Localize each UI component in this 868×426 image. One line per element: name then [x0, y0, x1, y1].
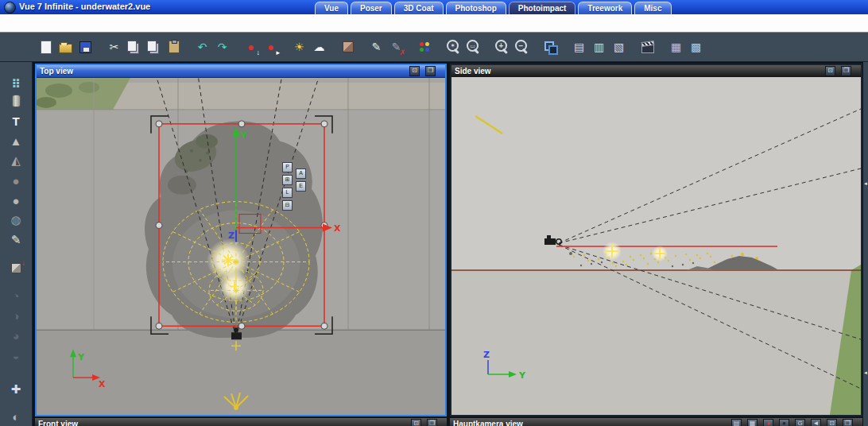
metaball-tool-icon[interactable]: ● [6, 191, 26, 210]
side-view-header-icons: ⊡❐ [825, 66, 858, 76]
front-view-title: Front view [38, 420, 78, 426]
primitive-tool-icon[interactable] [6, 91, 26, 110]
record-red-icon[interactable]: ● [763, 419, 773, 426]
tool-column: ⣶T▲◭●●◍✎◔◑◕◒✚◐ [0, 62, 33, 426]
camera-view-header[interactable]: Hauptkamera view ▤▦●●G◄⊡❐ [450, 418, 862, 426]
menu-strip [0, 14, 868, 33]
hypertexture-icon: ◒ [6, 346, 26, 365]
front-view-header[interactable]: Front view ⊡❐ [35, 418, 447, 426]
boolean-union-icon: ◔ [6, 286, 26, 305]
paint-eraser-icon[interactable]: ✎✗ [387, 38, 405, 56]
side-view-header[interactable]: Side view ⊡❐ [451, 65, 861, 77]
object-badge-4[interactable]: A [296, 168, 306, 179]
tab-poser[interactable]: Poser [351, 2, 392, 14]
zoom-out-icon[interactable] [513, 38, 531, 56]
tab-treework[interactable]: Treework [578, 2, 632, 14]
undo-icon[interactable]: ↶ [193, 38, 211, 56]
app-icon[interactable] [4, 2, 16, 14]
record-dark-icon[interactable]: ● [779, 419, 789, 426]
viewport-options-icon[interactable]: ⊡ [825, 66, 835, 76]
tab-3d-coat[interactable]: 3D Coat [394, 2, 444, 14]
viewport-front-view: Front view ⊡❐ [35, 418, 447, 426]
drop-object-icon[interactable]: ●↓ [242, 38, 260, 56]
top-view-title: Top view [40, 67, 73, 76]
object-badges: P⊞L⊟AE [37, 78, 445, 415]
save-file-icon[interactable] [76, 38, 95, 56]
redo-icon[interactable]: ↷ [213, 38, 231, 56]
top-view-canvas[interactable]: Y X Z Y [37, 78, 445, 415]
viewport-options-icon[interactable]: ⊡ [827, 419, 837, 426]
object-badge-1[interactable]: ⊞ [282, 175, 293, 185]
camera-view-title: Hauptkamera view [453, 420, 523, 426]
sphere-tool-icon[interactable]: ◐ [6, 407, 26, 426]
object-badge-5[interactable]: E [296, 181, 306, 192]
cut-icon[interactable]: ✂ [105, 38, 123, 56]
object-badge-0[interactable]: P [282, 162, 293, 172]
paint-brush-icon[interactable]: ✎ [367, 38, 386, 56]
grid-toggle-icon[interactable]: ▦ [747, 419, 758, 426]
mixed-display-icon[interactable]: ▧ [610, 38, 628, 56]
right-panel-strip: ◄ ◄ [863, 62, 868, 426]
terrain-tool-icon[interactable]: ▲ [6, 131, 26, 150]
camera-control-icon[interactable]: ⣶ [6, 72, 26, 91]
title-bar[interactable]: Vue 7 Infinite - underwater2.vue VuePose… [0, 0, 868, 14]
open-file-icon[interactable] [56, 38, 75, 56]
render-preview-icon[interactable] [464, 38, 482, 56]
side-view-title: Side view [455, 67, 491, 76]
top-view-header-icons: ⊡❐ [409, 66, 442, 76]
material-cube-icon[interactable] [339, 38, 357, 56]
tab-bar: VuePoser3D CoatPhotoshopPhotoimpactTreew… [312, 0, 672, 14]
rock-tool-icon[interactable]: ● [6, 171, 26, 190]
render-area-icon[interactable] [444, 38, 463, 56]
rewind-icon[interactable]: ◄ [811, 419, 821, 426]
tab-photoshop[interactable]: Photoshop [446, 2, 506, 14]
application-window: Vue 7 Infinite - underwater2.vue VuePose… [0, 0, 868, 426]
viewport-maximize-icon[interactable]: ❐ [841, 66, 851, 76]
viewport-maximize-icon[interactable]: ❐ [427, 419, 437, 426]
gizmo-axis-icon[interactable]: ✚ [6, 380, 26, 399]
text-object-icon[interactable]: T [6, 111, 26, 130]
procedural-terrain-icon[interactable]: ◭ [6, 151, 26, 170]
main-toolbar: ✂↶↷●↓●▸☀☁✎✎✗▤▥▧▦▩ [0, 33, 868, 62]
duplicate-icon[interactable] [145, 38, 163, 56]
boolean-intersection-icon: ◑ [6, 306, 26, 325]
viewport-top-view: Top view ⊡❐ [35, 64, 447, 416]
front-view-header-icons: ⊡❐ [411, 419, 444, 426]
object-badge-3[interactable]: ⊟ [282, 200, 293, 211]
viewport-options-icon[interactable]: ⊡ [411, 419, 421, 426]
zoom-in-icon[interactable] [493, 38, 511, 56]
swap-view-icon[interactable] [541, 38, 560, 56]
copy-icon[interactable] [125, 38, 143, 56]
ecosystem-paint-icon[interactable]: ☀ [290, 38, 308, 56]
top-view-header[interactable]: Top view ⊡❐ [37, 65, 445, 78]
smart-drop-icon[interactable]: ●▸ [262, 38, 280, 56]
tab-photoimpact[interactable]: Photoimpact [509, 2, 576, 14]
display-options-icon[interactable]: ▤ [731, 419, 742, 426]
tab-vue[interactable]: Vue [315, 2, 348, 14]
gamma-icon[interactable]: G [795, 419, 805, 426]
tab-misc[interactable]: Misc [634, 2, 671, 14]
viewport-maximize-icon[interactable]: ❐ [425, 66, 436, 76]
viewport-options-icon[interactable]: ⊡ [409, 66, 420, 76]
solid-display-icon[interactable]: ▤ [570, 38, 588, 56]
paste-icon[interactable] [165, 38, 183, 56]
stone-tool-icon[interactable]: ◍ [6, 211, 26, 230]
panel-expand-arrow-top[interactable]: ◄ [863, 181, 868, 186]
new-file-icon[interactable] [37, 38, 55, 56]
wireframe-display-icon[interactable]: ▥ [590, 38, 608, 56]
render-options-icon[interactable]: ▦ [667, 38, 685, 56]
drop-object-tool-icon[interactable] [6, 258, 26, 277]
main-camera-render-icon[interactable]: ▩ [687, 38, 705, 56]
side-view-canvas[interactable]: Z Y [451, 77, 861, 415]
render-display-icon[interactable] [416, 38, 434, 56]
boolean-difference-icon: ◕ [6, 326, 26, 345]
camera-view-header-icons: ▤▦●●G◄⊡❐ [731, 419, 859, 426]
viewport-side-view: Side view ⊡❐ [450, 64, 862, 416]
cloud-icon[interactable]: ☁ [310, 38, 328, 56]
viewport-maximize-icon[interactable]: ❐ [843, 419, 853, 426]
panel-expand-arrow-bottom[interactable]: ◄ [863, 370, 868, 375]
object-badge-2[interactable]: L [282, 188, 293, 198]
svg-text:Y: Y [518, 370, 526, 381]
animation-icon[interactable] [638, 38, 657, 56]
paint-tool-icon[interactable]: ✎ [6, 230, 26, 250]
